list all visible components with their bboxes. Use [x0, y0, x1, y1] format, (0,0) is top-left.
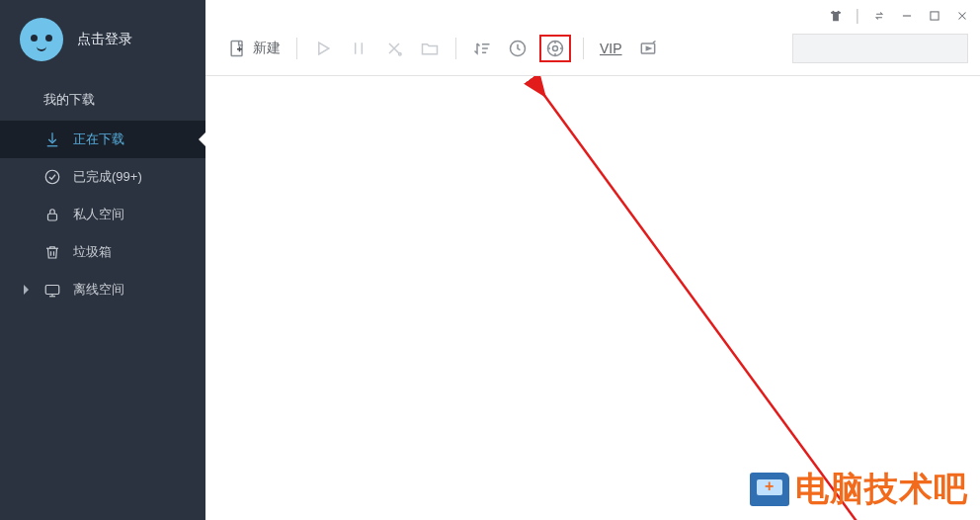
plan-button[interactable] — [504, 35, 531, 62]
watermark-text: 电脑技术吧 — [795, 467, 968, 512]
chevron-right-icon — [24, 285, 29, 295]
svg-rect-4 — [231, 42, 242, 56]
sidebar: 点击登录 我的下载 正在下载 已完成(99+) 私人空间 垃圾箱 离线空间 — [0, 0, 205, 520]
open-folder-button[interactable] — [416, 35, 444, 62]
separator — [583, 38, 584, 59]
start-button[interactable] — [309, 35, 337, 62]
watermark-icon — [750, 473, 789, 506]
svg-point-8 — [553, 46, 558, 51]
sidebar-item-completed[interactable]: 已完成(99+) — [0, 158, 205, 196]
tshirt-icon[interactable] — [828, 8, 844, 24]
maximize-icon[interactable] — [927, 8, 942, 24]
vip-label: VIP — [600, 41, 622, 56]
content-area: 电脑技术吧 — [205, 76, 980, 520]
sidebar-item-downloading[interactable]: 正在下载 — [0, 121, 205, 158]
sidebar-item-private[interactable]: 私人空间 — [0, 196, 205, 233]
search-input[interactable] — [801, 42, 967, 56]
delete-button[interactable] — [380, 35, 408, 62]
new-button-label: 新建 — [253, 40, 281, 57]
toolbar: 新建 VIP — [205, 28, 980, 76]
lock-icon — [43, 206, 61, 223]
video-button[interactable] — [634, 35, 662, 62]
pause-button[interactable] — [345, 35, 372, 62]
close-icon[interactable] — [954, 8, 970, 24]
svg-rect-2 — [45, 286, 59, 295]
new-button[interactable]: 新建 — [223, 35, 285, 62]
cloud-offline-icon — [43, 281, 61, 299]
svg-rect-1 — [48, 214, 57, 220]
sidebar-header: 点击登录 — [0, 0, 205, 79]
titlebar: | — [205, 0, 980, 28]
settings-button[interactable] — [539, 35, 571, 62]
check-circle-icon — [43, 168, 61, 186]
trash-icon — [43, 243, 61, 261]
annotation-arrow — [205, 76, 980, 520]
avatar[interactable] — [20, 18, 63, 61]
switch-icon[interactable] — [871, 8, 887, 24]
separator — [455, 38, 456, 59]
svg-point-0 — [45, 170, 59, 184]
svg-rect-3 — [931, 12, 939, 20]
sidebar-item-label: 正在下载 — [73, 130, 124, 148]
download-icon — [43, 130, 61, 148]
sidebar-item-label: 私人空间 — [73, 206, 124, 223]
separator: | — [856, 7, 859, 25]
sidebar-item-label: 垃圾箱 — [73, 243, 112, 261]
vip-button[interactable]: VIP — [596, 37, 626, 60]
separator — [296, 38, 297, 59]
sort-button[interactable] — [468, 35, 496, 62]
sidebar-item-offline[interactable]: 离线空间 — [0, 271, 205, 308]
sidebar-item-trash[interactable]: 垃圾箱 — [0, 233, 205, 271]
sidebar-section-title: 我的下载 — [0, 79, 205, 121]
login-link[interactable]: 点击登录 — [77, 31, 132, 48]
search-box[interactable] — [792, 34, 968, 63]
svg-point-5 — [399, 53, 402, 56]
watermark: 电脑技术吧 — [750, 467, 968, 512]
main-area: | 新建 — [205, 0, 980, 520]
sidebar-item-label: 离线空间 — [73, 281, 124, 299]
svg-line-12 — [543, 94, 869, 520]
sidebar-item-label: 已完成(99+) — [73, 168, 142, 186]
minimize-icon[interactable] — [899, 8, 915, 24]
